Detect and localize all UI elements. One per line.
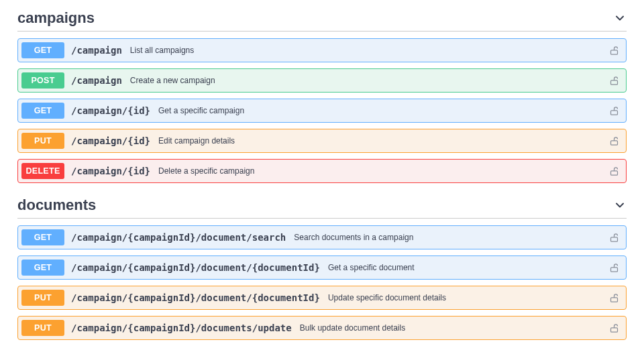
operation-summary: Search documents in a campaign [294,233,609,242]
operation-row[interactable]: PUT /campaign/{campaignId}/document/{doc… [17,286,627,310]
http-method-badge: GET [21,103,64,119]
section-header-documents[interactable]: documents [17,194,627,219]
svg-rect-3 [611,140,618,144]
operation-summary: Update specific document details [328,293,609,302]
lock-icon[interactable] [609,46,619,56]
svg-rect-1 [611,80,618,84]
lock-icon[interactable] [609,233,619,243]
svg-rect-8 [611,327,618,331]
operation-path: /campaign/{campaignId}/document/{documen… [71,292,320,303]
operation-summary: Get a specific document [328,263,609,272]
operation-row[interactable]: DELETE /campaign/{id} Delete a specific … [17,159,627,183]
operation-row[interactable]: GET /campaign/{campaignId}/document/sear… [17,225,627,249]
operation-row[interactable]: PUT /campaign/{campaignId}/documents/upd… [17,316,627,340]
http-method-badge: GET [21,42,64,58]
operation-path: /campaign/{id} [71,135,150,146]
operation-summary: Delete a specific campaign [158,166,609,176]
operation-path: /campaign/{campaignId}/document/search [71,232,286,243]
operation-row[interactable]: GET /campaign/{id} Get a specific campai… [17,99,627,123]
lock-icon[interactable] [609,106,619,116]
operation-path: /campaign/{id} [71,105,150,116]
svg-rect-6 [611,267,618,271]
operation-row[interactable]: POST /campaign Create a new campaign [17,68,627,93]
http-method-badge: DELETE [21,163,64,179]
svg-rect-5 [611,237,618,241]
operation-summary: Create a new campaign [130,76,609,85]
svg-rect-7 [611,297,618,301]
section-title: campaigns [17,9,95,27]
operation-list-campaigns: GET /campaign List all campaigns POST /c… [17,38,627,183]
chevron-down-icon [613,198,627,212]
svg-rect-2 [611,110,618,114]
http-method-badge: PUT [21,290,64,306]
operation-row[interactable]: GET /campaign/{campaignId}/document/{doc… [17,255,627,280]
lock-icon[interactable] [609,136,619,146]
http-method-badge: PUT [21,133,64,149]
operation-path: /campaign/{campaignId}/document/{documen… [71,262,320,273]
lock-icon[interactable] [609,263,619,273]
http-method-badge: PUT [21,320,64,336]
http-method-badge: GET [21,260,64,276]
operation-summary: List all campaigns [130,46,609,55]
operation-summary: Edit campaign details [158,136,609,146]
operation-summary: Bulk update document details [300,323,609,333]
lock-icon[interactable] [609,76,619,86]
chevron-down-icon [613,11,627,25]
http-method-badge: POST [21,72,64,89]
operation-row[interactable]: GET /campaign List all campaigns [17,38,627,62]
operation-path: /campaign/{id} [71,166,150,176]
operation-path: /campaign [71,45,122,56]
lock-icon[interactable] [609,293,619,303]
section-header-campaigns[interactable]: campaigns [17,7,627,32]
http-method-badge: GET [21,229,64,245]
lock-icon[interactable] [609,166,619,176]
section-title: documents [17,196,96,214]
operation-list-documents: GET /campaign/{campaignId}/document/sear… [17,225,627,340]
operation-summary: Get a specific campaign [158,106,609,115]
operation-path: /campaign [71,75,122,86]
operation-row[interactable]: PUT /campaign/{id} Edit campaign details [17,129,627,153]
operation-path: /campaign/{campaignId}/documents/update [71,323,292,333]
svg-rect-4 [611,170,618,174]
lock-icon[interactable] [609,323,619,333]
svg-rect-0 [611,50,618,54]
